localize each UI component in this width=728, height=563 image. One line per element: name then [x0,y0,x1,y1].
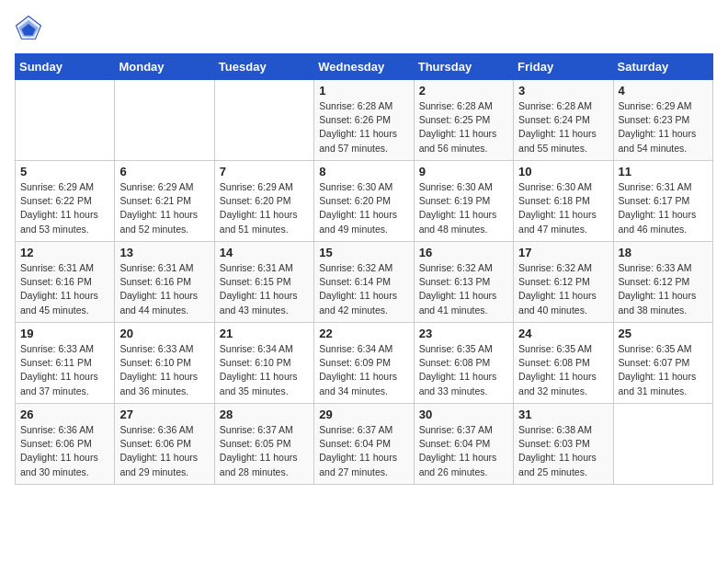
cell-info: Sunrise: 6:35 AM Sunset: 6:08 PM Dayligh… [419,342,508,398]
day-number: 25 [619,327,708,340]
calendar-cell: 20Sunrise: 6:33 AM Sunset: 6:10 PM Dayli… [115,323,214,404]
day-number: 8 [319,165,408,178]
col-header-thursday: Thursday [414,54,513,80]
calendar-header-row: SundayMondayTuesdayWednesdayThursdayFrid… [16,54,713,80]
calendar-cell: 24Sunrise: 6:35 AM Sunset: 6:08 PM Dayli… [514,323,613,404]
cell-info: Sunrise: 6:31 AM Sunset: 6:16 PM Dayligh… [20,261,109,317]
cell-info: Sunrise: 6:36 AM Sunset: 6:06 PM Dayligh… [119,423,209,479]
calendar-table: SundayMondayTuesdayWednesdayThursdayFrid… [15,53,713,485]
cell-info: Sunrise: 6:37 AM Sunset: 6:04 PM Dayligh… [419,423,508,479]
calendar-cell: 28Sunrise: 6:37 AM Sunset: 6:05 PM Dayli… [214,404,313,485]
logo-icon [15,15,42,42]
calendar-cell [214,80,313,161]
calendar-cell: 21Sunrise: 6:34 AM Sunset: 6:10 PM Dayli… [214,323,313,404]
page-header [15,15,713,42]
cell-info: Sunrise: 6:37 AM Sunset: 6:05 PM Dayligh… [220,423,309,479]
day-number: 22 [319,327,408,340]
calendar-cell [16,80,115,161]
day-number: 9 [419,165,508,178]
day-number: 5 [20,165,109,178]
day-number: 31 [518,408,608,421]
calendar-cell: 13Sunrise: 6:31 AM Sunset: 6:16 PM Dayli… [115,242,214,323]
day-number: 1 [319,84,408,98]
col-header-wednesday: Wednesday [314,54,414,80]
cell-info: Sunrise: 6:32 AM Sunset: 6:12 PM Dayligh… [518,261,608,317]
calendar-cell: 3Sunrise: 6:28 AM Sunset: 6:24 PM Daylig… [514,80,613,161]
calendar-cell: 5Sunrise: 6:29 AM Sunset: 6:22 PM Daylig… [16,161,115,242]
cell-info: Sunrise: 6:34 AM Sunset: 6:09 PM Dayligh… [319,342,408,398]
col-header-monday: Monday [115,54,214,80]
day-number: 4 [619,84,708,98]
day-number: 23 [419,327,508,340]
week-row-1: 1Sunrise: 6:28 AM Sunset: 6:26 PM Daylig… [16,80,713,161]
cell-info: Sunrise: 6:28 AM Sunset: 6:25 PM Dayligh… [419,99,508,155]
day-number: 2 [419,84,508,98]
calendar-cell: 12Sunrise: 6:31 AM Sunset: 6:16 PM Dayli… [16,242,115,323]
col-header-tuesday: Tuesday [214,54,313,80]
week-row-2: 5Sunrise: 6:29 AM Sunset: 6:22 PM Daylig… [16,161,713,242]
cell-info: Sunrise: 6:38 AM Sunset: 6:03 PM Dayligh… [518,423,608,479]
calendar-cell [613,404,712,485]
cell-info: Sunrise: 6:33 AM Sunset: 6:12 PM Dayligh… [619,261,708,317]
calendar-cell: 9Sunrise: 6:30 AM Sunset: 6:19 PM Daylig… [414,161,513,242]
logo [15,15,46,42]
day-number: 10 [518,165,608,178]
cell-info: Sunrise: 6:31 AM Sunset: 6:16 PM Dayligh… [119,261,209,317]
calendar-cell: 2Sunrise: 6:28 AM Sunset: 6:25 PM Daylig… [414,80,513,161]
col-header-sunday: Sunday [16,54,115,80]
day-number: 18 [619,246,708,259]
day-number: 12 [20,246,109,259]
cell-info: Sunrise: 6:33 AM Sunset: 6:10 PM Dayligh… [119,342,209,398]
day-number: 27 [119,408,209,421]
day-number: 20 [119,327,209,340]
cell-info: Sunrise: 6:28 AM Sunset: 6:26 PM Dayligh… [319,99,408,155]
day-number: 21 [220,327,309,340]
calendar-cell: 26Sunrise: 6:36 AM Sunset: 6:06 PM Dayli… [16,404,115,485]
week-row-5: 26Sunrise: 6:36 AM Sunset: 6:06 PM Dayli… [16,404,713,485]
calendar-cell: 18Sunrise: 6:33 AM Sunset: 6:12 PM Dayli… [613,242,712,323]
day-number: 17 [518,246,608,259]
cell-info: Sunrise: 6:31 AM Sunset: 6:15 PM Dayligh… [220,261,309,317]
calendar-cell: 8Sunrise: 6:30 AM Sunset: 6:20 PM Daylig… [314,161,414,242]
day-number: 15 [319,246,408,259]
cell-info: Sunrise: 6:31 AM Sunset: 6:17 PM Dayligh… [619,180,708,236]
week-row-3: 12Sunrise: 6:31 AM Sunset: 6:16 PM Dayli… [16,242,713,323]
cell-info: Sunrise: 6:28 AM Sunset: 6:24 PM Dayligh… [518,99,608,155]
cell-info: Sunrise: 6:29 AM Sunset: 6:21 PM Dayligh… [119,180,209,236]
cell-info: Sunrise: 6:30 AM Sunset: 6:19 PM Dayligh… [419,180,508,236]
cell-info: Sunrise: 6:37 AM Sunset: 6:04 PM Dayligh… [319,423,408,479]
cell-info: Sunrise: 6:36 AM Sunset: 6:06 PM Dayligh… [20,423,109,479]
calendar-cell: 7Sunrise: 6:29 AM Sunset: 6:20 PM Daylig… [214,161,313,242]
calendar-cell: 31Sunrise: 6:38 AM Sunset: 6:03 PM Dayli… [514,404,613,485]
calendar-cell: 27Sunrise: 6:36 AM Sunset: 6:06 PM Dayli… [115,404,214,485]
day-number: 3 [518,84,608,98]
cell-info: Sunrise: 6:30 AM Sunset: 6:20 PM Dayligh… [319,180,408,236]
day-number: 11 [619,165,708,178]
calendar-cell: 10Sunrise: 6:30 AM Sunset: 6:18 PM Dayli… [514,161,613,242]
calendar-cell: 29Sunrise: 6:37 AM Sunset: 6:04 PM Dayli… [314,404,414,485]
calendar-cell: 11Sunrise: 6:31 AM Sunset: 6:17 PM Dayli… [613,161,712,242]
cell-info: Sunrise: 6:34 AM Sunset: 6:10 PM Dayligh… [220,342,309,398]
day-number: 13 [119,246,209,259]
col-header-saturday: Saturday [613,54,712,80]
day-number: 16 [419,246,508,259]
cell-info: Sunrise: 6:29 AM Sunset: 6:23 PM Dayligh… [619,99,708,155]
col-header-friday: Friday [514,54,613,80]
cell-info: Sunrise: 6:29 AM Sunset: 6:22 PM Dayligh… [20,180,109,236]
calendar-cell: 22Sunrise: 6:34 AM Sunset: 6:09 PM Dayli… [314,323,414,404]
cell-info: Sunrise: 6:35 AM Sunset: 6:08 PM Dayligh… [518,342,608,398]
calendar-cell [115,80,214,161]
day-number: 30 [419,408,508,421]
calendar-cell: 4Sunrise: 6:29 AM Sunset: 6:23 PM Daylig… [613,80,712,161]
calendar-cell: 25Sunrise: 6:35 AM Sunset: 6:07 PM Dayli… [613,323,712,404]
cell-info: Sunrise: 6:35 AM Sunset: 6:07 PM Dayligh… [619,342,708,398]
day-number: 26 [20,408,109,421]
day-number: 19 [20,327,109,340]
day-number: 6 [119,165,209,178]
cell-info: Sunrise: 6:32 AM Sunset: 6:13 PM Dayligh… [419,261,508,317]
cell-info: Sunrise: 6:30 AM Sunset: 6:18 PM Dayligh… [518,180,608,236]
day-number: 28 [220,408,309,421]
calendar-cell: 30Sunrise: 6:37 AM Sunset: 6:04 PM Dayli… [414,404,513,485]
calendar-cell: 23Sunrise: 6:35 AM Sunset: 6:08 PM Dayli… [414,323,513,404]
cell-info: Sunrise: 6:32 AM Sunset: 6:14 PM Dayligh… [319,261,408,317]
